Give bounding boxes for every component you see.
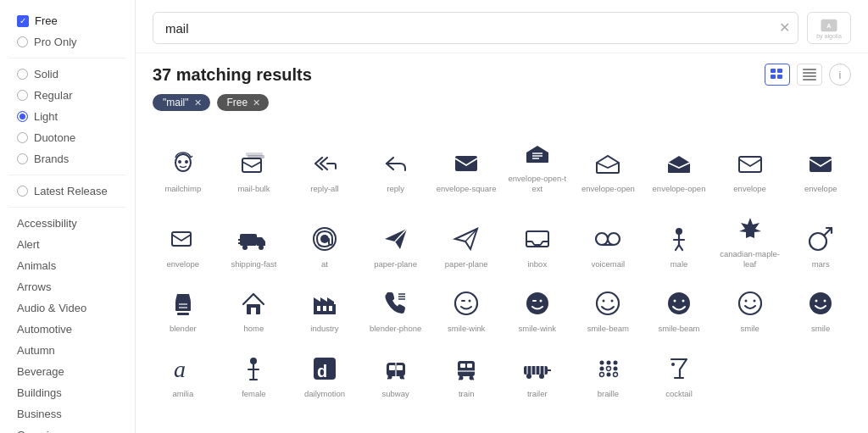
icon-paper-plane-1[interactable]: paper-plane	[362, 203, 430, 275]
sidebar-item-alert[interactable]: Alert	[3, 234, 131, 255]
regular-radio[interactable]	[17, 90, 28, 101]
sidebar-item-free[interactable]: ✓ Free	[3, 10, 131, 31]
sidebar-automotive-label: Automotive	[17, 323, 72, 336]
search-input[interactable]	[153, 12, 798, 44]
icon-at[interactable]: at	[291, 203, 359, 275]
sidebar-brands-label: Brands	[34, 153, 69, 165]
icon-dailymotion[interactable]: d dailymotion	[291, 343, 359, 404]
female-label: female	[242, 389, 266, 399]
brands-radio[interactable]	[17, 153, 28, 164]
mail-filter-tag[interactable]: "mail" ✕	[153, 94, 210, 111]
free-filter-tag[interactable]: Free ✕	[217, 94, 270, 111]
icon-smile-1[interactable]: smile	[716, 278, 784, 339]
duotone-radio[interactable]	[17, 132, 28, 143]
sidebar-item-brands[interactable]: Brands	[3, 148, 131, 169]
svg-rect-93	[460, 364, 465, 368]
icon-envelope-open-1[interactable]: envelope-open	[575, 128, 643, 200]
sidebar-item-buildings[interactable]: Buildings	[3, 382, 131, 403]
sidebar-item-autumn[interactable]: Autumn	[3, 340, 131, 361]
icon-envelope-square[interactable]: envelope-square	[432, 128, 500, 200]
sidebar-item-automotive[interactable]: Automotive	[3, 319, 131, 340]
sidebar-item-audiovideo[interactable]: Audio & Video	[3, 297, 131, 319]
svg-rect-53	[317, 306, 320, 311]
sidebar-item-accessibility[interactable]: Accessibility	[3, 213, 131, 234]
icon-female[interactable]: female	[220, 343, 288, 404]
icon-envelope-2[interactable]: envelope	[787, 128, 854, 200]
solid-radio[interactable]	[17, 69, 28, 80]
icon-paper-plane-2[interactable]: paper-plane	[432, 203, 500, 275]
icon-braille[interactable]: braille	[575, 343, 643, 404]
sidebar-item-latestrelease[interactable]: Latest Release	[3, 180, 131, 202]
proonly-radio[interactable]	[17, 36, 28, 47]
svg-point-110	[607, 360, 611, 364]
sidebar-item-arrows[interactable]: Arrows	[3, 276, 131, 297]
icon-home[interactable]: home	[220, 278, 288, 339]
sidebar-divider-2	[8, 175, 126, 175]
sidebar-item-duotone[interactable]: Duotone	[3, 127, 131, 148]
icon-smile-wink-1[interactable]: smile-wink	[432, 278, 500, 339]
mail-tag-remove[interactable]: ✕	[194, 97, 202, 108]
envelope-open-1-label: envelope-open	[581, 184, 635, 194]
light-radio[interactable]	[17, 111, 28, 122]
icon-reply-all[interactable]: reply-all	[291, 128, 359, 200]
icon-mailchimp[interactable]: mailchimp	[149, 128, 217, 200]
icon-mail-bulk[interactable]: mail-bulk	[220, 128, 288, 200]
svg-rect-4	[771, 75, 776, 79]
sidebar-item-business[interactable]: Business	[3, 403, 131, 425]
sidebar-item-animals[interactable]: Animals	[3, 255, 131, 276]
mars-label: mars	[812, 259, 830, 269]
icon-smile-beam-2[interactable]: smile-beam	[645, 278, 713, 339]
icon-amilia[interactable]: a amilia	[149, 343, 217, 404]
icon-shipping-fast[interactable]: shipping-fast	[220, 203, 288, 275]
icon-cocktail[interactable]: cocktail	[645, 343, 713, 404]
sidebar-item-solid[interactable]: Solid	[3, 64, 131, 85]
icon-industry[interactable]: industry	[291, 278, 359, 339]
results-count: 37 matching results	[153, 65, 312, 85]
icon-envelope-open-text[interactable]: envelope-open-text	[504, 128, 571, 200]
icon-smile-2[interactable]: smile	[787, 278, 854, 339]
sidebar-light-label: Light	[34, 110, 58, 123]
latest-radio[interactable]	[17, 186, 28, 197]
icon-smile-beam-1[interactable]: smile-beam	[575, 278, 643, 339]
icon-reply[interactable]: reply	[362, 128, 430, 200]
icon-canadian-maple-leaf[interactable]: canadian-maple-leaf	[716, 203, 784, 275]
sidebar-item-regular[interactable]: Regular	[3, 85, 131, 106]
info-button[interactable]: i	[829, 64, 851, 86]
search-clear-button[interactable]: ✕	[779, 21, 790, 35]
svg-point-10	[175, 154, 191, 171]
svg-point-37	[676, 228, 682, 235]
free-tag-remove[interactable]: ✕	[253, 97, 260, 108]
envelope-1-label: envelope	[733, 184, 766, 194]
icon-train[interactable]: train	[432, 343, 500, 404]
icon-envelope-open-2[interactable]: envelope-open	[645, 128, 713, 200]
sidebar-item-camping[interactable]: Camping	[3, 425, 131, 433]
icon-inbox[interactable]: inbox	[504, 203, 571, 275]
icon-voicemail[interactable]: voicemail	[575, 203, 643, 275]
blender-icon	[166, 286, 200, 320]
sidebar-item-proonly[interactable]: Pro Only	[3, 31, 131, 53]
icon-mars[interactable]: mars	[787, 203, 854, 275]
svg-point-61	[469, 300, 471, 303]
sidebar-item-beverage[interactable]: Beverage	[3, 361, 131, 382]
voicemail-icon	[591, 222, 625, 256]
svg-point-25	[242, 245, 248, 250]
icon-male[interactable]: male	[645, 203, 713, 275]
icon-smile-wink-2[interactable]: smile-wink	[504, 278, 571, 339]
svg-rect-14	[242, 158, 261, 172]
algolia-icon: A	[820, 18, 838, 33]
sidebar-item-light[interactable]: Light	[3, 106, 131, 127]
grid-view-button[interactable]	[765, 64, 790, 86]
mailchimp-icon	[166, 147, 200, 180]
icon-subway[interactable]: subway	[362, 343, 430, 404]
icon-envelope-1[interactable]: envelope	[716, 128, 784, 200]
icon-trailer[interactable]: trailer	[504, 343, 571, 404]
reply-label: reply	[387, 184, 404, 194]
icon-blender[interactable]: blender	[149, 278, 217, 339]
free-checkbox[interactable]: ✓	[17, 15, 29, 27]
icon-envelope-3[interactable]: envelope	[149, 203, 217, 275]
icon-blender-phone[interactable]: blender-phone	[362, 278, 430, 339]
paper-plane-1-icon	[379, 222, 413, 256]
list-view-button[interactable]	[797, 64, 822, 86]
svg-point-34	[596, 233, 608, 245]
svg-point-109	[600, 360, 604, 364]
